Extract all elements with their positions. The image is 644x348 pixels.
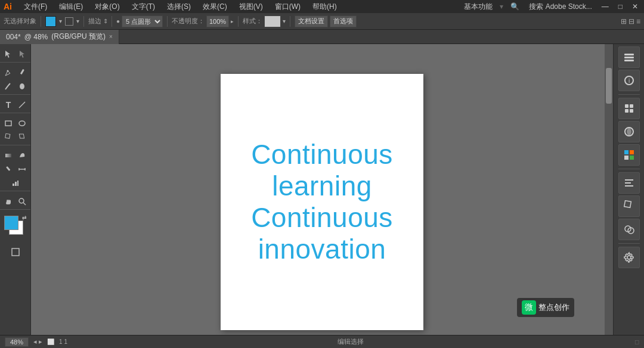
- svg-rect-21: [624, 54, 634, 55]
- opacity-section: 不透明度： ▸: [172, 15, 234, 27]
- menu-file[interactable]: 文件(F): [21, 1, 49, 13]
- page-arrows[interactable]: ◂ ▸: [33, 338, 42, 346]
- fill-color-swatch[interactable]: [45, 16, 56, 27]
- minimize-btn[interactable]: —: [599, 1, 611, 12]
- selection-info: 无选择对象: [4, 17, 36, 26]
- libraries-panel-btn[interactable]: [618, 98, 640, 119]
- menu-icon[interactable]: ≡: [636, 17, 640, 26]
- blob-tool[interactable]: [16, 80, 29, 93]
- menu-text[interactable]: 文字(T): [129, 1, 157, 13]
- menu-effect[interactable]: 效果(C): [200, 1, 230, 13]
- menu-window[interactable]: 窗口(W): [273, 1, 303, 13]
- pencil-tool[interactable]: [16, 66, 29, 79]
- watermark-logo: 微: [522, 300, 536, 315]
- svg-rect-16: [15, 182, 17, 186]
- menu-select[interactable]: 选择(S): [165, 1, 193, 13]
- type-tool[interactable]: T: [2, 98, 15, 111]
- maximize-btn[interactable]: □: [616, 1, 625, 12]
- gradient-tool[interactable]: [2, 149, 15, 162]
- zoom-input[interactable]: [5, 337, 29, 347]
- misc-tools: [0, 148, 30, 191]
- hand-tool[interactable]: [2, 195, 15, 208]
- watermark: 微 整点创作: [517, 298, 574, 317]
- selection-tools: [0, 46, 30, 63]
- svg-point-7: [19, 121, 25, 126]
- draw-tools: [0, 65, 30, 95]
- stroke-section: 描边 ⇕: [88, 16, 114, 27]
- menu-help[interactable]: 帮助(H): [310, 1, 339, 13]
- panel-icon[interactable]: ⊟: [628, 17, 634, 26]
- basic-functions[interactable]: 基本功能: [462, 1, 495, 13]
- foreground-swatch[interactable]: [4, 216, 18, 230]
- menu-edit[interactable]: 编辑(E): [57, 1, 85, 13]
- free-transform-tool[interactable]: [16, 130, 29, 144]
- svg-rect-27: [630, 104, 633, 108]
- stroke-arrow: ▾: [76, 18, 79, 24]
- opacity-label: 不透明度：: [172, 17, 205, 26]
- svg-rect-34: [630, 156, 634, 160]
- rect-tool[interactable]: [2, 117, 15, 130]
- text-line-1: Continuous: [251, 139, 393, 170]
- svg-rect-8: [5, 133, 10, 138]
- opacity-input[interactable]: [206, 15, 229, 27]
- menu-view[interactable]: 视图(V): [237, 1, 265, 13]
- svg-rect-23: [624, 60, 634, 61]
- svg-rect-32: [630, 150, 634, 154]
- shape-select[interactable]: 5 点圆形: [122, 15, 163, 27]
- svg-rect-10: [5, 154, 11, 157]
- pen-tool[interactable]: [2, 66, 15, 79]
- preferences-btn[interactable]: 首选项: [330, 15, 357, 27]
- canvas-scrollbar[interactable]: [605, 44, 613, 335]
- arrange-icon[interactable]: ⊞: [621, 17, 627, 26]
- change-screen-mode-btn[interactable]: [9, 246, 22, 259]
- svg-rect-22: [624, 57, 634, 58]
- close-btn[interactable]: ✕: [630, 1, 640, 12]
- svg-point-2: [7, 70, 9, 72]
- ellipse-tool[interactable]: [16, 117, 29, 130]
- graph-tool[interactable]: [9, 176, 22, 189]
- line-tool[interactable]: [16, 98, 29, 111]
- settings-panel-btn[interactable]: [618, 247, 640, 268]
- swatches-panel-btn[interactable]: [618, 144, 640, 166]
- style-swatch[interactable]: [264, 15, 281, 27]
- divider-4: [167, 16, 168, 27]
- svg-rect-26: [625, 104, 628, 108]
- align-panel-btn[interactable]: [618, 172, 640, 194]
- search-stock[interactable]: 🔍: [508, 1, 522, 12]
- divider-6: [290, 16, 290, 27]
- svg-marker-1: [20, 51, 24, 58]
- stroke-btn[interactable]: [65, 17, 73, 26]
- stroke-arrow2: ⇕: [103, 18, 108, 24]
- edit-selection-label: 编辑选择: [338, 337, 364, 346]
- divider-5: [238, 16, 239, 27]
- svg-rect-38: [624, 201, 631, 208]
- transform-panel-btn[interactable]: [618, 195, 640, 217]
- eyedropper-tool[interactable]: [2, 163, 15, 176]
- measure-tool[interactable]: [16, 163, 29, 176]
- panel-divider-1: [618, 94, 640, 95]
- artboard-text: Continuous learning Continuous innovatio…: [251, 139, 393, 265]
- search-input-btn[interactable]: 搜索 Adobe Stock...: [527, 1, 594, 13]
- pathfinder-panel-btn[interactable]: [618, 219, 640, 240]
- transform-tool[interactable]: [2, 130, 15, 144]
- menu-left: Ai 文件(F) 编辑(E) 对象(O) 文字(T) 选择(S) 效果(C) 视…: [4, 1, 339, 13]
- tab-close-btn[interactable]: ×: [109, 33, 113, 40]
- color-panel-btn[interactable]: [618, 121, 640, 142]
- doc-settings-btn[interactable]: 文档设置: [295, 15, 328, 27]
- brush-tool[interactable]: [2, 80, 15, 93]
- zoom-tool[interactable]: [16, 195, 29, 208]
- tab-name: 004*: [6, 33, 21, 41]
- layers-panel-btn[interactable]: [618, 46, 640, 68]
- scrollbar-thumb[interactable]: [606, 68, 612, 104]
- properties-panel-btn[interactable]: i: [618, 70, 640, 91]
- opacity-arrow: ▸: [231, 18, 234, 24]
- select-tool[interactable]: [2, 48, 15, 61]
- page-icon: ⬜: [47, 338, 54, 345]
- swap-colors-btn[interactable]: ⇄: [22, 215, 27, 220]
- direct-select-tool[interactable]: [16, 48, 29, 61]
- page-info: 1 1: [59, 338, 67, 345]
- svg-rect-11: [6, 166, 10, 171]
- paint-bucket-tool[interactable]: [16, 149, 29, 162]
- tab-item[interactable]: 004* @ 48% (RGB/GPU 预览) ×: [0, 30, 119, 44]
- menu-object[interactable]: 对象(O): [92, 1, 122, 13]
